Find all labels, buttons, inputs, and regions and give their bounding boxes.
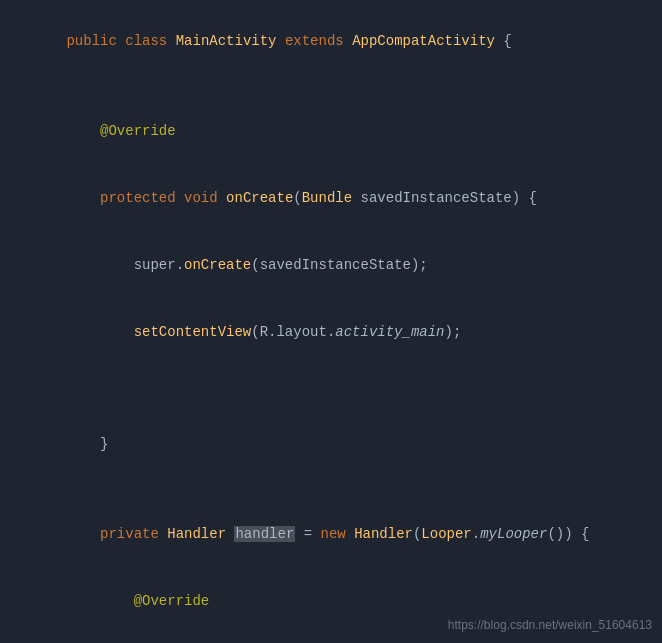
code-line-8 bbox=[0, 389, 662, 411]
code-line-13: public void handleMessage(@NonNull Messa… bbox=[0, 635, 662, 643]
code-line-4: protected void onCreate(Bundle savedInst… bbox=[0, 165, 662, 232]
code-line-5: super.onCreate(savedInstanceState); bbox=[0, 232, 662, 299]
code-line-6: setContentView(R.layout.activity_main); bbox=[0, 299, 662, 366]
code-line-9: } bbox=[0, 411, 662, 478]
code-editor: public class MainActivity extends AppCom… bbox=[0, 0, 662, 643]
url-watermark: https://blog.csdn.net/weixin_51604613 bbox=[448, 616, 652, 635]
code-line-2 bbox=[0, 75, 662, 97]
code-line-3: @Override bbox=[0, 98, 662, 165]
code-line-10 bbox=[0, 478, 662, 500]
code-line-1: public class MainActivity extends AppCom… bbox=[0, 8, 662, 75]
code-line-11: private Handler handler = new Handler(Lo… bbox=[0, 501, 662, 568]
code-line-7 bbox=[0, 366, 662, 388]
